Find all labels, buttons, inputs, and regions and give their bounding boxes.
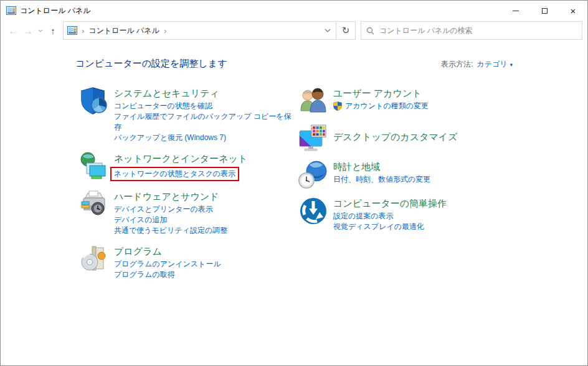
breadcrumb-chevron-icon: › <box>164 26 166 35</box>
link-view-network-status-tasks[interactable]: ネットワークの状態とタスクの表示 <box>114 169 235 179</box>
link-check-computer-status[interactable]: コンピューターの状態を確認 <box>114 101 298 111</box>
link-optimize-visual-display[interactable]: 視覚ディスプレイの最適化 <box>333 222 447 232</box>
personalization-icon[interactable] <box>298 123 328 152</box>
back-button[interactable]: ← <box>6 22 21 39</box>
user-accounts-icon[interactable] <box>298 86 328 116</box>
search-box[interactable] <box>361 21 582 40</box>
category-title[interactable]: システムとセキュリティ <box>114 87 298 100</box>
category-title[interactable]: ユーザー アカウント <box>333 87 429 100</box>
category-title[interactable]: 時計と地域 <box>333 161 430 173</box>
link-change-date-time-number-formats[interactable]: 日付、時刻、数値形式の変更 <box>333 174 430 185</box>
category-title[interactable]: プログラム <box>114 245 221 258</box>
search-icon <box>366 27 374 35</box>
address-dropdown-chevron-icon[interactable] <box>320 22 336 39</box>
link-file-history-backup[interactable]: ファイル履歴でファイルのバックアップ コピーを保存 <box>114 111 298 133</box>
link-adjust-mobility-settings[interactable]: 共通で使うモビリティ設定の調整 <box>114 225 227 236</box>
link-let-windows-suggest-settings[interactable]: 設定の提案の表示 <box>333 211 447 222</box>
control-panel-icon <box>67 26 77 35</box>
clock-region-icon[interactable] <box>298 159 328 189</box>
breadcrumb-chevron-icon: › <box>82 26 84 35</box>
link-get-programs[interactable]: プログラムの取得 <box>114 270 221 280</box>
hardware-sound-icon[interactable] <box>79 189 109 219</box>
category-clock-region: 時計と地域 日付、時刻、数値形式の変更 <box>298 159 513 189</box>
network-internet-icon[interactable] <box>79 151 109 181</box>
uac-shield-icon <box>333 101 342 111</box>
category-title[interactable]: ネットワークとインターネット <box>114 152 247 165</box>
link-add-device[interactable]: デバイスの追加 <box>114 215 227 225</box>
category-title[interactable]: ハードウェアとサウンド <box>114 190 227 203</box>
highlight-annotation-box: ネットワークの状態とタスクの表示 <box>110 167 239 181</box>
category-personalization: デスクトップのカスタマイズ <box>298 123 513 152</box>
refresh-button[interactable]: ↻ <box>336 22 355 39</box>
ease-of-access-icon[interactable] <box>298 196 328 226</box>
programs-icon[interactable] <box>79 244 109 274</box>
forward-button[interactable]: → <box>21 22 36 39</box>
link-backup-restore-win7[interactable]: バックアップと復元 (Windows 7) <box>114 133 298 143</box>
category-programs: プログラム プログラムのアンインストール プログラムの取得 <box>79 244 298 280</box>
navigation-toolbar: ← → ↑ › コントロール パネル › ↻ <box>1 21 587 42</box>
category-system-security: システムとセキュリティ コンピューターの状態を確認 ファイル履歴でファイルのバッ… <box>79 86 298 143</box>
close-button[interactable]: × <box>559 1 587 21</box>
category-network-internet: ネットワークとインターネット ネットワークの状態とタスクの表示 <box>79 151 298 181</box>
control-panel-window: { "window": { "title": "コントロール パネル", "mi… <box>0 0 588 366</box>
control-panel-app-icon <box>6 6 16 16</box>
view-by-dropdown[interactable]: カテゴリ ▾ <box>477 59 513 70</box>
title-bar: コントロール パネル × <box>1 1 587 21</box>
address-bar: › コントロール パネル › ↻ <box>63 21 356 40</box>
system-security-icon[interactable] <box>79 86 109 116</box>
control-panel-home: コンピューターの設定を調整します 表示方法: カテゴリ ▾ <box>1 42 587 288</box>
breadcrumb[interactable]: › コントロール パネル › <box>64 22 320 39</box>
category-hardware-sound: ハードウェアとサウンド デバイスとプリンターの表示 デバイスの追加 共通で使うモ… <box>79 189 298 236</box>
link-view-devices-printers[interactable]: デバイスとプリンターの表示 <box>114 204 227 215</box>
maximize-button[interactable] <box>530 1 559 21</box>
category-user-accounts: ユーザー アカウント アカウントの種類の変更 <box>298 86 513 116</box>
link-change-account-type[interactable]: アカウントの種類の変更 <box>345 101 429 111</box>
recent-pages-chevron-icon[interactable] <box>36 22 45 39</box>
dropdown-arrow-icon: ▾ <box>510 62 513 68</box>
category-title[interactable]: コンピューターの簡単操作 <box>333 197 447 210</box>
window-title: コントロール パネル <box>20 6 91 16</box>
breadcrumb-item-control-panel[interactable]: コントロール パネル <box>88 26 159 36</box>
search-input[interactable] <box>379 26 577 35</box>
page-title: コンピューターの設定を調整します <box>75 58 227 70</box>
view-by-label: 表示方法: <box>441 59 473 70</box>
link-uninstall-program[interactable]: プログラムのアンインストール <box>114 259 221 270</box>
up-button[interactable]: ↑ <box>45 22 60 39</box>
minimize-button[interactable] <box>501 1 530 21</box>
category-ease-of-access: コンピューターの簡単操作 設定の提案の表示 視覚ディスプレイの最適化 <box>298 196 513 232</box>
category-title[interactable]: デスクトップのカスタマイズ <box>333 131 458 143</box>
